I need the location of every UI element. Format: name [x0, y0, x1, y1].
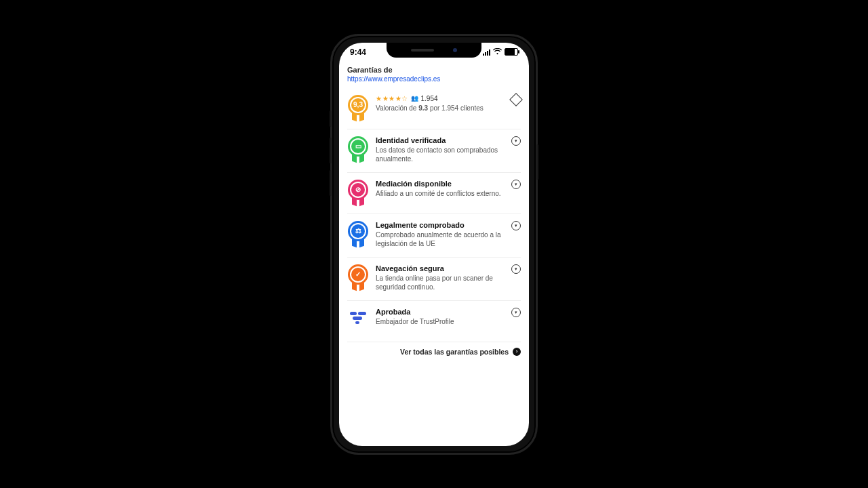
item-desc: Comprobado anualmente de acuerdo a la le… — [376, 230, 511, 249]
chevron-down-icon[interactable]: ▾ — [511, 221, 521, 230]
header-url[interactable]: https://www.empresadeclips.es — [347, 75, 521, 83]
power-button — [536, 144, 538, 180]
mediation-badge-icon: ⊘ — [347, 180, 369, 205]
svg-rect-1 — [358, 312, 366, 315]
header-label: Garantías de — [347, 66, 521, 74]
see-all-label: Ver todas las garantías posibles — [400, 348, 509, 356]
rating-badge-icon: 9,3 — [347, 95, 369, 121]
chevron-down-icon[interactable]: ▾ — [511, 308, 521, 317]
item-title: Identidad verificada — [376, 136, 511, 144]
chevron-down-icon[interactable]: ▾ — [511, 180, 521, 189]
item-desc: Embajador de TrustProfile — [376, 317, 511, 327]
guarantee-identity[interactable]: ▭ Identidad verificada Los datos de cont… — [347, 129, 521, 173]
stars-icon: ★★★★☆ — [376, 95, 408, 102]
identity-badge-icon: ▭ — [347, 136, 369, 162]
front-camera — [453, 48, 457, 52]
notch — [387, 43, 481, 58]
review-count: 1.954 — [421, 95, 438, 102]
guarantee-legal[interactable]: ⚖ Legalmente comprobado Comprobado anual… — [347, 214, 521, 258]
people-icon: 👥 — [411, 95, 418, 102]
item-desc: Los datos de contacto son comprabados an… — [376, 146, 511, 164]
wifi-icon — [493, 48, 502, 56]
speaker — [411, 49, 434, 52]
item-title: Mediación disponible — [376, 180, 511, 188]
item-title: Aprobada — [376, 308, 511, 316]
svg-rect-0 — [350, 312, 357, 315]
legal-badge-icon: ⚖ — [347, 221, 369, 247]
chevron-down-icon[interactable]: ▾ — [511, 264, 521, 274]
item-desc: La tienda online pasa por un scaner de s… — [376, 274, 511, 292]
cellular-icon — [483, 49, 490, 56]
svg-rect-2 — [353, 317, 362, 320]
see-all-link[interactable]: Ver todas las garantías posibles › — [347, 342, 521, 364]
trustprofile-logo-icon — [347, 308, 369, 333]
rating-desc: Valoración de 9.3 por 1.954 clientes — [376, 104, 511, 113]
guarantee-rating[interactable]: 9,3 ★★★★☆ 👥 1.954 Valoración de 9.3 por … — [347, 88, 521, 129]
item-title: Navegación segura — [376, 264, 511, 272]
svg-rect-3 — [355, 321, 359, 324]
guarantee-mediation[interactable]: ⊘ Mediación disponible Afiliado a un com… — [347, 173, 521, 214]
volume-down-button — [330, 170, 332, 196]
stage: 9:44 Garantías de https://www.empresadec… — [0, 0, 868, 488]
safe-browsing-badge-icon: ✓ — [347, 264, 369, 290]
status-time: 9:44 — [350, 47, 366, 57]
volume-up-button — [330, 138, 332, 163]
chevron-down-icon[interactable]: ▾ — [511, 136, 521, 146]
phone-screen: 9:44 Garantías de https://www.empresadec… — [339, 43, 529, 446]
mute-switch — [330, 110, 332, 127]
guarantee-safe-browsing[interactable]: ✓ Navegación segura La tienda online pas… — [347, 258, 521, 301]
chevron-right-icon: › — [513, 348, 521, 356]
item-desc: Afiliado a un comité de conflictos exter… — [376, 189, 511, 199]
guarantee-approved[interactable]: Aprobada Embajador de TrustProfile ▾ — [347, 301, 521, 342]
phone-frame: 9:44 Garantías de https://www.empresadec… — [330, 34, 538, 455]
content: Garantías de https://www.empresadeclips.… — [339, 62, 529, 364]
status-right — [483, 48, 518, 56]
item-title: Legalmente comprobado — [376, 221, 511, 229]
battery-icon — [505, 48, 518, 56]
